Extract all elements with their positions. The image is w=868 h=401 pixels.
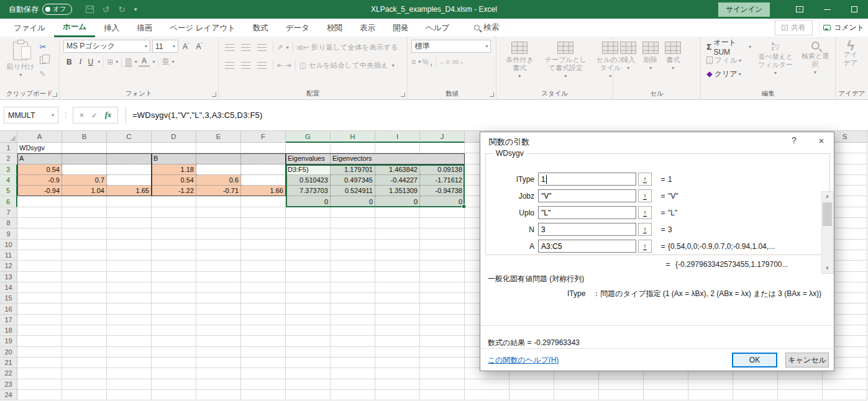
cell-E6[interactable] (196, 196, 241, 207)
cell-I24[interactable] (375, 390, 420, 400)
cell-H8[interactable] (331, 218, 375, 228)
row-header-10[interactable]: 10 (0, 240, 17, 250)
cell-I11[interactable] (375, 250, 420, 261)
scroll-thumb[interactable] (823, 202, 832, 226)
cell-D22[interactable] (152, 368, 196, 379)
cell-H11[interactable] (331, 250, 375, 261)
cell-E16[interactable] (196, 304, 241, 314)
cell-D20[interactable] (152, 347, 196, 358)
cell-E17[interactable] (196, 315, 241, 325)
tell-me-search[interactable]: 検索 (474, 22, 499, 33)
ribbon-display-options-button[interactable]: ^ (786, 0, 813, 19)
row-header-13[interactable]: 13 (0, 272, 17, 282)
cell-A8[interactable] (17, 218, 62, 228)
row-header-12[interactable]: 12 (0, 261, 17, 271)
cell-J15[interactable] (420, 293, 465, 304)
cell-D3[interactable]: 1.18 (152, 164, 196, 175)
cell-G6[interactable]: 0 (286, 196, 331, 207)
row-header-1[interactable]: 1 (0, 143, 17, 153)
cell-D9[interactable] (152, 228, 196, 239)
column-header-J[interactable]: J (420, 131, 465, 143)
cell-D4[interactable]: 0.54 (152, 175, 196, 186)
cell-F14[interactable] (241, 282, 286, 293)
cell-B20[interactable] (62, 347, 107, 358)
cell-B16[interactable] (62, 304, 107, 314)
save-icon[interactable] (86, 6, 94, 13)
cell-J4[interactable]: -1.71612 (420, 175, 465, 186)
cell-I1[interactable] (375, 143, 420, 153)
wrap-text-button[interactable]: ab↩ 折り返して全体を表示する (297, 43, 398, 52)
cell-A19[interactable] (17, 336, 62, 346)
cell-C8[interactable] (107, 218, 152, 228)
cell-C17[interactable] (107, 315, 152, 325)
param-input-Uplo[interactable]: "L" (538, 206, 636, 219)
row-header-3[interactable]: 3 (0, 164, 17, 175)
cell-B1[interactable] (62, 143, 107, 153)
cell-J3[interactable]: 0.09138 (420, 164, 465, 175)
cell-H21[interactable] (331, 358, 375, 368)
collapse-dialog-button-IType[interactable]: ↑ (638, 173, 652, 186)
cell-B10[interactable] (62, 240, 107, 250)
shrink-font-button[interactable]: Aˇ (194, 42, 206, 51)
cell-E19[interactable] (196, 336, 241, 346)
cell-J23[interactable] (420, 379, 465, 390)
font-name-combobox[interactable]: MS Pゴシック▾ (63, 40, 150, 53)
cell-A7[interactable] (17, 207, 62, 218)
ribbon-tab-ファイル[interactable]: ファイル (5, 19, 54, 37)
column-header-C[interactable]: C (107, 131, 152, 143)
align-center-button[interactable] (239, 59, 253, 71)
cell-B11[interactable] (62, 250, 107, 261)
cell-F24[interactable] (241, 390, 286, 400)
number-dialog-launcher-icon[interactable] (490, 92, 494, 97)
row-header-8[interactable]: 8 (0, 218, 17, 228)
cancel-entry-icon[interactable]: × (80, 111, 84, 120)
cell-F15[interactable] (241, 293, 286, 304)
cell-G2[interactable]: Eigenvalues (286, 153, 331, 164)
cell-B2[interactable] (62, 153, 107, 164)
row-header-5[interactable]: 5 (0, 186, 17, 196)
ribbon-tab-ヘルプ[interactable]: ヘルプ (417, 19, 458, 37)
ribbon-tab-挿入[interactable]: 挿入 (95, 19, 128, 37)
cell-D7[interactable] (152, 207, 196, 218)
column-header-H[interactable]: H (331, 131, 375, 143)
cell-J1[interactable] (420, 143, 465, 153)
cell-D18[interactable] (152, 325, 196, 336)
cell-Q23[interactable] (733, 379, 778, 390)
undo-icon[interactable]: ↺ (103, 4, 110, 14)
clear-button[interactable]: ◆ クリア▾ (705, 67, 753, 81)
cell-G5[interactable]: 7.373703 (286, 186, 331, 196)
row-header-20[interactable]: 20 (0, 347, 17, 358)
align-top-button[interactable] (222, 41, 237, 53)
dialog-help-button[interactable]: ? (785, 135, 803, 148)
cell-I6[interactable]: 0 (375, 196, 420, 207)
cell-E13[interactable] (196, 272, 241, 282)
cell-G23[interactable] (286, 379, 331, 390)
cell-I21[interactable] (375, 358, 420, 368)
row-header-4[interactable]: 4 (0, 175, 17, 186)
cell-I19[interactable] (375, 336, 420, 346)
namebox-splitter[interactable]: ⋮ (62, 111, 69, 119)
cell-J5[interactable]: -0.94738 (420, 186, 465, 196)
cell-B23[interactable] (62, 379, 107, 390)
cell-B8[interactable] (62, 218, 107, 228)
cell-B4[interactable]: 0.7 (62, 175, 107, 186)
cell-H20[interactable] (331, 347, 375, 358)
cell-F10[interactable] (241, 240, 286, 250)
cell-L23[interactable] (509, 379, 554, 390)
cell-C20[interactable] (107, 347, 152, 358)
cell-G9[interactable] (286, 228, 331, 239)
comments-button[interactable]: コメント (819, 20, 868, 35)
cell-F20[interactable] (241, 347, 286, 358)
cell-I17[interactable] (375, 315, 420, 325)
cell-J16[interactable] (420, 304, 465, 314)
cell-K23[interactable] (465, 379, 509, 390)
cell-D6[interactable] (152, 196, 196, 207)
cell-B5[interactable]: 1.04 (62, 186, 107, 196)
copy-button[interactable]: ▾ (38, 53, 52, 67)
cell-D2[interactable]: B (152, 153, 196, 164)
cell-I18[interactable] (375, 325, 420, 336)
cell-C6[interactable] (107, 196, 152, 207)
format-cells-button[interactable]: 書式▾ (662, 40, 684, 74)
ideas-button[interactable]: ϟ アイデア (839, 40, 862, 69)
cell-E5[interactable]: -0.71 (196, 186, 241, 196)
